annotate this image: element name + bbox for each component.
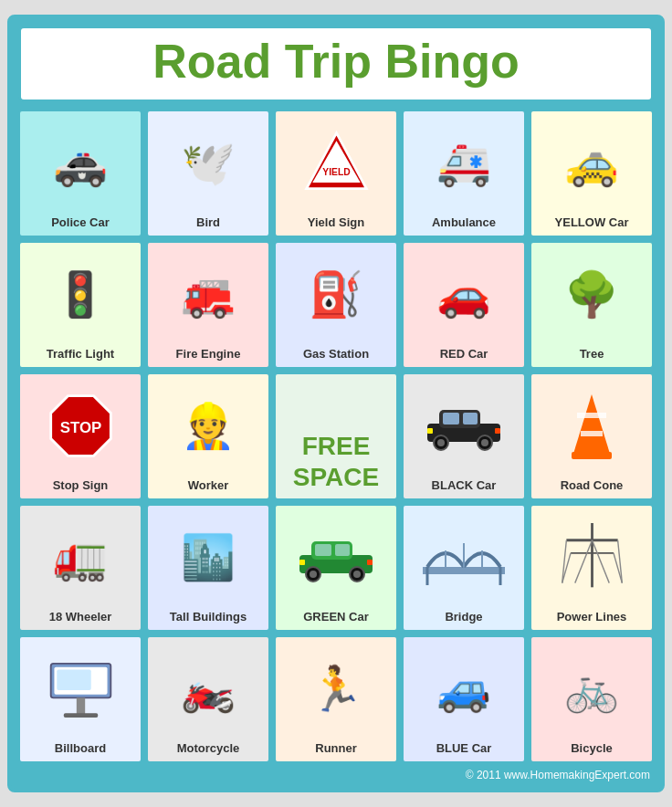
police-car-icon: 🚓 <box>24 115 137 212</box>
18-wheeler-icon: 🚛 <box>24 509 137 606</box>
motorcycle-label: Motorcycle <box>177 741 240 756</box>
svg-rect-28 <box>367 560 373 565</box>
svg-text:YIELD: YIELD <box>322 167 350 177</box>
billboard-label: Billboard <box>55 741 106 756</box>
bird-label: Bird <box>196 215 220 230</box>
bingo-cell-blue-car[interactable]: 🚙BLUE Car <box>402 635 526 763</box>
svg-rect-48 <box>63 713 98 718</box>
bicycle-icon: 🚲 <box>535 641 648 738</box>
svg-point-26 <box>353 571 361 578</box>
free-space-text: FREESPACE <box>293 431 379 492</box>
bingo-cell-runner[interactable]: 🏃Runner <box>274 635 398 763</box>
ambulance-icon: 🚑 <box>407 115 520 212</box>
svg-rect-7 <box>443 413 459 424</box>
road-cone-icon <box>535 378 648 475</box>
bingo-cell-red-car[interactable]: 🚗RED Car <box>402 241 526 369</box>
runner-label: Runner <box>315 741 357 756</box>
traffic-light-label: Traffic Light <box>47 347 114 362</box>
bingo-cell-billboard[interactable]: Billboard <box>18 635 142 763</box>
bridge-label: Bridge <box>445 610 482 624</box>
bingo-cell-bird[interactable]: 🕊️Bird <box>146 110 270 237</box>
bingo-cell-bridge[interactable]: Bridge <box>402 504 526 632</box>
bingo-cell-tree[interactable]: 🌳Tree <box>530 241 654 369</box>
gas-station-label: Gas Station <box>303 347 369 362</box>
svg-marker-15 <box>573 394 610 454</box>
bingo-cell-black-car[interactable]: BLACK Car <box>402 372 526 500</box>
red-car-icon: 🚗 <box>407 246 520 343</box>
bingo-cell-road-cone[interactable]: Road Cone <box>530 372 654 500</box>
worker-icon: 👷 <box>152 378 265 475</box>
bingo-grid: 🚓Police Car🕊️Bird YIELD Yield Sign🚑Ambul… <box>18 110 654 763</box>
yellow-car-label: YELLOW Car <box>555 215 629 230</box>
svg-rect-46 <box>57 669 91 690</box>
svg-rect-18 <box>581 431 603 436</box>
bingo-cell-fire-engine[interactable]: 🚒Fire Engine <box>146 241 270 369</box>
bicycle-label: Bicycle <box>571 741 613 756</box>
fire-engine-label: Fire Engine <box>176 347 241 362</box>
bingo-cell-police-car[interactable]: 🚓Police Car <box>18 110 142 237</box>
bingo-cell-bicycle[interactable]: 🚲Bicycle <box>530 635 654 763</box>
traffic-light-icon: 🚦 <box>24 246 137 343</box>
motorcycle-icon: 🏍️ <box>152 641 265 738</box>
bingo-cell-green-car[interactable]: GREEN Car <box>274 504 398 632</box>
svg-rect-13 <box>427 428 433 434</box>
green-car-icon <box>279 509 393 606</box>
yellow-car-icon: 🚕 <box>535 115 648 212</box>
bingo-card: Road Trip Bingo 🚓Police Car🕊️Bird YIELD … <box>7 15 665 791</box>
svg-rect-47 <box>76 697 84 715</box>
svg-rect-17 <box>577 413 606 418</box>
svg-rect-16 <box>572 452 612 459</box>
tall-buildings-icon: 🏙️ <box>152 509 265 606</box>
black-car-icon <box>407 378 520 475</box>
svg-line-42 <box>574 540 592 583</box>
svg-point-12 <box>481 439 488 446</box>
stop-sign-label: Stop Sign <box>53 478 109 493</box>
black-car-label: BLACK Car <box>432 478 497 493</box>
bingo-cell-18-wheeler[interactable]: 🚛18 Wheeler <box>18 504 142 632</box>
bingo-cell-yellow-car[interactable]: 🚕YELLOW Car <box>530 110 654 237</box>
yield-sign-icon: YIELD <box>279 115 393 212</box>
power-lines-label: Power Lines <box>557 610 627 624</box>
svg-rect-8 <box>463 413 478 424</box>
fire-engine-icon: 🚒 <box>152 246 265 343</box>
stop-sign-icon: STOP <box>24 378 137 475</box>
bingo-cell-tall-buildings[interactable]: 🏙️Tall Buildings <box>146 504 270 632</box>
runner-icon: 🏃 <box>279 641 393 738</box>
svg-rect-21 <box>315 544 331 556</box>
worker-label: Worker <box>188 478 229 493</box>
bridge-icon <box>407 509 520 606</box>
power-lines-icon <box>535 509 648 606</box>
bingo-cell-ambulance[interactable]: 🚑Ambulance <box>402 110 526 237</box>
tree-icon: 🌳 <box>535 246 648 343</box>
bingo-cell-stop-sign[interactable]: STOP Stop Sign <box>18 372 142 500</box>
bingo-cell-traffic-light[interactable]: 🚦Traffic Light <box>18 241 142 369</box>
svg-rect-22 <box>335 544 350 556</box>
bingo-cell-motorcycle[interactable]: 🏍️Motorcycle <box>146 635 270 763</box>
bingo-cell-free-space[interactable]: FREESPACE <box>274 372 398 500</box>
bird-icon: 🕊️ <box>152 115 265 212</box>
title-box: Road Trip Bingo <box>18 26 654 101</box>
svg-rect-27 <box>299 560 305 565</box>
svg-point-24 <box>310 571 317 578</box>
gas-station-icon: ⛽ <box>279 246 393 343</box>
svg-rect-14 <box>495 428 500 434</box>
police-car-label: Police Car <box>51 215 110 230</box>
bingo-cell-worker[interactable]: 👷Worker <box>146 372 270 500</box>
blue-car-icon: 🚙 <box>407 641 520 738</box>
road-cone-label: Road Cone <box>561 478 624 493</box>
bingo-cell-yield-sign[interactable]: YIELD Yield Sign <box>274 110 398 237</box>
bingo-cell-power-lines[interactable]: Power Lines <box>530 504 654 632</box>
yield-sign-label: Yield Sign <box>308 215 364 230</box>
18-wheeler-label: 18 Wheeler <box>49 610 112 624</box>
bingo-cell-gas-station[interactable]: ⛽Gas Station <box>274 241 398 369</box>
page-title: Road Trip Bingo <box>21 36 651 88</box>
svg-text:STOP: STOP <box>59 419 101 436</box>
svg-point-10 <box>437 439 445 446</box>
green-car-label: GREEN Car <box>303 610 369 624</box>
blue-car-label: BLUE Car <box>436 741 492 756</box>
footer-text: © 2011 www.HomemakingExpert.com <box>18 769 654 781</box>
svg-rect-29 <box>423 567 505 574</box>
tall-buildings-label: Tall Buildings <box>170 610 247 624</box>
red-car-label: RED Car <box>440 347 488 362</box>
ambulance-label: Ambulance <box>432 215 496 230</box>
